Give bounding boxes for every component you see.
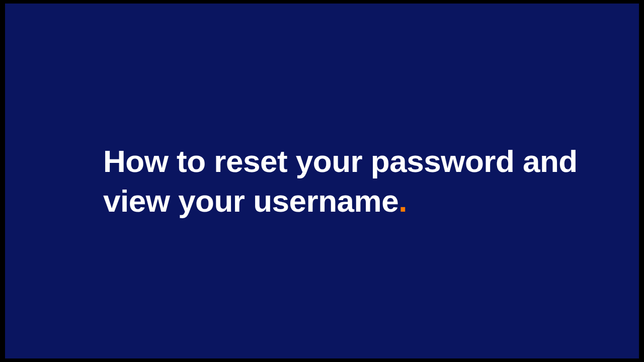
slide-title: How to reset your password and view your… xyxy=(103,141,589,221)
title-slide: How to reset your password and view your… xyxy=(5,4,639,358)
title-text: How to reset your password and view your… xyxy=(103,144,578,218)
accent-dot-icon: . xyxy=(398,184,407,218)
